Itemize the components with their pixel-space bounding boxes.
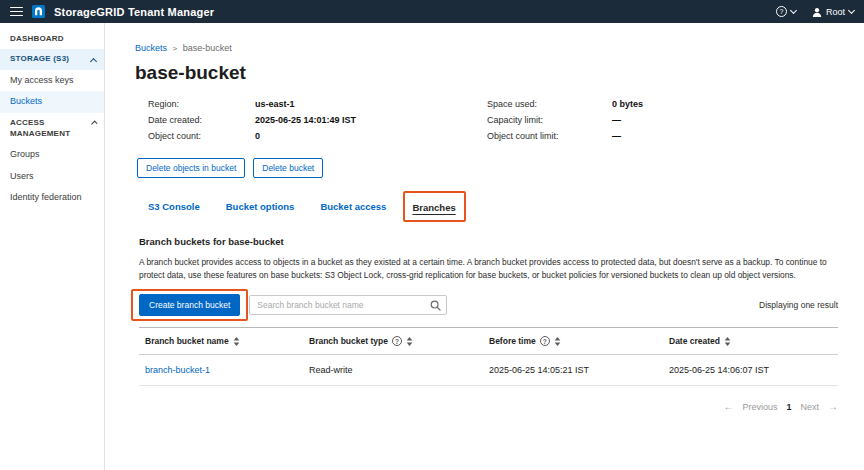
branch-buckets-description: A branch bucket provides access to objec… — [139, 256, 838, 281]
page-title: base-bucket — [135, 62, 838, 84]
sort-icon[interactable] — [233, 337, 240, 346]
user-menu[interactable]: Root — [812, 7, 854, 17]
tab-bar: S3 Console Bucket options Bucket access … — [148, 197, 838, 215]
breadcrumb: Buckets > base-bucket — [135, 43, 838, 53]
search-box — [249, 295, 447, 315]
sidebar-item-users[interactable]: Users — [0, 166, 104, 188]
sidebar-item-dashboard[interactable]: DASHBOARD — [0, 29, 104, 49]
date-created-label: Date created: — [148, 115, 255, 125]
breadcrumb-buckets-link[interactable]: Buckets — [135, 43, 167, 53]
sort-icon[interactable] — [406, 337, 413, 346]
object-count-label: Object count: — [148, 131, 255, 141]
results-count: Displaying one result — [759, 300, 838, 310]
next-arrow-icon[interactable]: → — [828, 401, 838, 412]
info-icon[interactable]: ? — [392, 336, 402, 346]
column-header-before-time[interactable]: Before time ? — [483, 328, 663, 354]
sidebar-item-groups[interactable]: Groups — [0, 144, 104, 166]
sort-icon[interactable] — [554, 337, 561, 346]
sidebar-item-access-management[interactable]: ACCESS MANAGEMENT — [0, 113, 104, 144]
cell-before-time: 2025-06-25 14:05:21 IST — [483, 355, 663, 385]
date-created-value: 2025-06-25 14:01:49 IST — [255, 115, 487, 125]
delete-bucket-button[interactable]: Delete bucket — [253, 158, 323, 178]
page-number[interactable]: 1 — [786, 402, 791, 412]
sidebar-item-storage-s3[interactable]: STORAGE (S3) — [0, 49, 104, 69]
table-row: branch-bucket-1 Read-write 2025-06-25 14… — [139, 355, 838, 386]
object-count-limit-label: Object count limit: — [487, 131, 612, 141]
bucket-details: Region: us-east-1 Space used: 0 bytes Da… — [148, 99, 838, 141]
object-count-limit-value: — — [612, 131, 838, 141]
branch-buckets-toolbar: Create branch bucket Displaying one resu… — [139, 294, 838, 316]
column-header-label: Before time — [489, 336, 536, 346]
create-branch-bucket-button[interactable]: Create branch bucket — [139, 294, 240, 316]
column-header-branch-bucket-type[interactable]: Branch bucket type ? — [303, 328, 483, 354]
search-input[interactable] — [257, 300, 425, 310]
previous-arrow-icon[interactable]: ← — [723, 401, 733, 412]
sort-icon[interactable] — [724, 337, 731, 346]
chevron-down-icon — [790, 7, 797, 14]
branch-bucket-link[interactable]: branch-bucket-1 — [145, 365, 210, 375]
top-bar: StorageGRID Tenant Manager ? Root — [0, 0, 864, 23]
help-icon: ? — [776, 6, 787, 17]
breadcrumb-separator: > — [173, 44, 178, 53]
column-header-label: Branch bucket type — [309, 336, 388, 346]
netapp-logo — [32, 5, 45, 18]
branch-buckets-table: Branch bucket name Branch bucket type ? … — [139, 327, 838, 386]
cell-date-created: 2025-06-25 14:06:07 IST — [663, 355, 838, 385]
column-header-date-created[interactable]: Date created — [663, 328, 838, 354]
region-label: Region: — [148, 99, 255, 109]
search-icon[interactable] — [425, 299, 441, 312]
column-header-branch-bucket-name[interactable]: Branch bucket name — [139, 328, 303, 354]
space-used-value: 0 bytes — [612, 99, 838, 109]
column-header-label: Date created — [669, 336, 720, 346]
sidebar: DASHBOARD STORAGE (S3) My access keys Bu… — [0, 23, 105, 470]
space-used-label: Space used: — [487, 99, 612, 109]
hamburger-menu-icon[interactable] — [10, 7, 23, 17]
branch-buckets-heading: Branch buckets for base-bucket — [139, 236, 838, 247]
capacity-limit-label: Capacity limit: — [487, 115, 612, 125]
previous-button[interactable]: Previous — [742, 402, 777, 412]
tab-bucket-options[interactable]: Bucket options — [226, 201, 295, 212]
info-icon[interactable]: ? — [540, 336, 550, 346]
tab-branches[interactable]: Branches — [412, 202, 455, 213]
column-header-label: Branch bucket name — [145, 336, 229, 346]
chevron-up-icon — [90, 58, 97, 65]
pagination: ← Previous 1 Next → — [135, 401, 838, 412]
sidebar-item-label: DASHBOARD — [10, 34, 64, 44]
user-icon — [812, 7, 822, 17]
breadcrumb-current: base-bucket — [183, 43, 232, 53]
object-count-value: 0 — [255, 131, 487, 141]
table-header-row: Branch bucket name Branch bucket type ? … — [139, 328, 838, 355]
app-title: StorageGRID Tenant Manager — [54, 6, 214, 18]
sidebar-item-label: STORAGE (S3) — [10, 54, 69, 64]
tab-s3-console[interactable]: S3 Console — [148, 201, 200, 212]
sidebar-item-buckets[interactable]: Buckets — [0, 91, 104, 113]
sidebar-item-identity-federation[interactable]: Identity federation — [0, 187, 104, 209]
tab-bucket-access[interactable]: Bucket access — [320, 201, 386, 212]
sidebar-item-my-access-keys[interactable]: My access keys — [0, 70, 104, 92]
chevron-down-icon — [848, 7, 855, 14]
main-content: Buckets > base-bucket base-bucket Region… — [105, 23, 864, 470]
cell-branch-bucket-type: Read-write — [303, 355, 483, 385]
sidebar-item-label: ACCESS MANAGEMENT — [10, 118, 92, 139]
capacity-limit-value: — — [612, 115, 838, 125]
help-menu[interactable]: ? — [776, 6, 796, 17]
delete-objects-in-bucket-button[interactable]: Delete objects in bucket — [137, 158, 245, 178]
user-name: Root — [826, 7, 845, 17]
region-value: us-east-1 — [255, 99, 487, 109]
next-button[interactable]: Next — [800, 402, 819, 412]
